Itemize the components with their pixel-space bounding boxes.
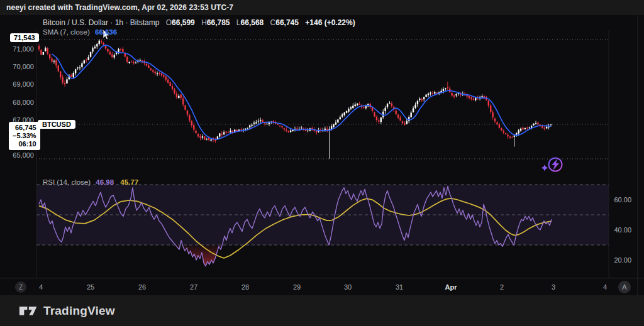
rsi-axis-label: 60.00 (614, 196, 631, 204)
time-axis-label[interactable]: 27 (190, 283, 197, 291)
svg-text:A: A (622, 283, 627, 291)
high-label: H (201, 18, 207, 27)
rsi-axis-label: 20.00 (614, 256, 631, 264)
attribution-text: neeyi created with TradingView.com, Apr … (6, 3, 233, 12)
open-value: 66,599 (172, 18, 195, 27)
session-high-price-badge: 71,543 (10, 33, 39, 42)
symbol-title: Bitcoin / U.S. Dollar · 1h · Bitstamp (43, 18, 159, 27)
price-axis-label: 71,000 (13, 45, 34, 53)
chart-background (0, 15, 644, 295)
rsi-ma-value: 45.77 (120, 178, 138, 186)
chart-canvas[interactable]: 71,00070,00069,00068,00067,00065,00060.0… (0, 15, 644, 295)
attribution-bar: neeyi created with TradingView.com, Apr … (0, 0, 644, 15)
price-axis-label: 69,000 (13, 80, 34, 88)
change-value: +146 (+0.22%) (305, 18, 355, 27)
time-axis-label[interactable]: 3 (552, 283, 555, 291)
time-axis-label[interactable]: 28 (242, 283, 249, 291)
sma-indicator-legend[interactable]: SMA (7, close) 66,636 (43, 28, 117, 36)
last-price-badge: 66,745 −5.33% 06:10 (9, 122, 40, 150)
tradingview-logo-icon (19, 304, 38, 318)
time-axis-label[interactable]: 29 (293, 283, 301, 291)
sma-value: 66,636 (95, 28, 117, 36)
tradingview-logo[interactable]: TradingView (19, 304, 115, 318)
low-label: L (236, 18, 241, 27)
symbol-price-line-badge: BTCUSD (38, 120, 75, 129)
tradingview-chart-widget: neeyi created with TradingView.com, Apr … (0, 0, 644, 326)
brand-text: TradingView (43, 304, 115, 318)
price-axis-label: 68,000 (13, 99, 34, 106)
time-axis-label[interactable]: 30 (344, 283, 352, 291)
sma-label: SMA (7, close) (43, 28, 90, 36)
rsi-axis-label: 40.00 (614, 226, 631, 234)
close-label: C (270, 18, 276, 27)
bar-countdown: 06:10 (13, 140, 36, 148)
symbol-legend[interactable]: Bitcoin / U.S. Dollar · 1h · Bitstamp O6… (43, 18, 355, 27)
change-percent-value: −5.33% (13, 132, 36, 140)
timezone-button[interactable]: Z (15, 281, 26, 293)
price-axis-label: 65,000 (13, 151, 34, 159)
rsi-label: RSI (14, close) (43, 178, 91, 186)
footer-bar: TradingView (0, 295, 644, 326)
time-axis-label[interactable]: 4 (39, 283, 43, 291)
time-axis-label[interactable]: 4 (603, 283, 607, 291)
time-axis-label[interactable]: 31 (396, 283, 403, 291)
svg-text:Z: Z (19, 284, 23, 291)
high-value: 66,785 (207, 18, 230, 27)
price-axis-label: 70,000 (13, 63, 34, 70)
close-value: 66,745 (275, 18, 299, 27)
low-value: 66,568 (241, 18, 264, 27)
time-axis-label[interactable]: 2 (500, 283, 504, 291)
autoscale-button[interactable]: A (618, 281, 631, 293)
rsi-indicator-legend[interactable]: RSI (14, close) 46.98 45.77 (43, 178, 138, 186)
time-axis-label[interactable]: 25 (87, 283, 94, 291)
rsi-value: 46.98 (96, 178, 114, 186)
time-axis-label[interactable]: 26 (138, 283, 146, 291)
open-label: O (166, 18, 172, 27)
time-axis-label[interactable]: Apr (445, 283, 458, 291)
last-price-value: 66,745 (13, 124, 36, 132)
